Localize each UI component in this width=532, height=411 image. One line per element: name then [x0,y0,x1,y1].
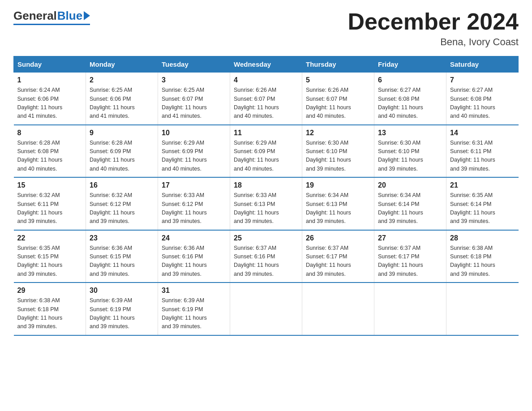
calendar-week-2: 8 Sunrise: 6:28 AMSunset: 6:08 PMDayligh… [14,125,519,178]
calendar-cell [374,283,446,335]
logo-general: General [13,9,57,23]
day-number: 13 [378,129,442,137]
calendar-cell: 24 Sunrise: 6:36 AMSunset: 6:16 PMDaylig… [158,230,230,283]
weekday-header-tuesday: Tuesday [158,56,230,73]
calendar-cell: 1 Sunrise: 6:24 AMSunset: 6:06 PMDayligh… [14,73,86,125]
day-info: Sunrise: 6:31 AMSunset: 6:11 PMDaylight:… [450,139,515,174]
calendar-cell: 21 Sunrise: 6:35 AMSunset: 6:14 PMDaylig… [446,177,519,230]
weekday-header-row: SundayMondayTuesdayWednesdayThursdayFrid… [14,56,519,73]
day-number: 16 [90,181,154,189]
calendar-cell: 10 Sunrise: 6:29 AMSunset: 6:09 PMDaylig… [158,125,230,178]
calendar-cell [446,283,519,335]
calendar-cell: 23 Sunrise: 6:36 AMSunset: 6:15 PMDaylig… [86,230,158,283]
calendar-cell [302,283,374,335]
calendar-cell: 19 Sunrise: 6:34 AMSunset: 6:13 PMDaylig… [302,177,374,230]
day-info: Sunrise: 6:34 AMSunset: 6:14 PMDaylight:… [378,191,442,226]
calendar-cell: 22 Sunrise: 6:35 AMSunset: 6:15 PMDaylig… [14,230,86,283]
page-header: General Blue December 2024 Bena, Ivory C… [13,9,519,48]
day-info: Sunrise: 6:39 AMSunset: 6:19 PMDaylight:… [162,296,226,331]
day-info: Sunrise: 6:34 AMSunset: 6:13 PMDaylight:… [306,191,370,226]
day-info: Sunrise: 6:37 AMSunset: 6:17 PMDaylight:… [306,244,370,279]
day-number: 24 [162,234,226,242]
day-number: 4 [234,76,298,84]
calendar-week-1: 1 Sunrise: 6:24 AMSunset: 6:06 PMDayligh… [14,73,519,125]
day-info: Sunrise: 6:37 AMSunset: 6:16 PMDaylight:… [234,244,298,279]
day-info: Sunrise: 6:29 AMSunset: 6:09 PMDaylight:… [234,139,298,174]
day-info: Sunrise: 6:36 AMSunset: 6:16 PMDaylight:… [162,244,226,279]
calendar-table: SundayMondayTuesdayWednesdayThursdayFrid… [13,56,519,336]
calendar-cell: 14 Sunrise: 6:31 AMSunset: 6:11 PMDaylig… [446,125,519,178]
day-number: 11 [234,129,298,137]
day-info: Sunrise: 6:37 AMSunset: 6:17 PMDaylight:… [378,244,442,279]
page-subtitle: Bena, Ivory Coast [348,36,519,48]
calendar-cell: 20 Sunrise: 6:34 AMSunset: 6:14 PMDaylig… [374,177,446,230]
calendar-cell: 8 Sunrise: 6:28 AMSunset: 6:08 PMDayligh… [14,125,86,178]
day-info: Sunrise: 6:26 AMSunset: 6:07 PMDaylight:… [306,86,370,121]
weekday-header-thursday: Thursday [302,56,374,73]
page-title: December 2024 [348,9,519,34]
day-number: 31 [162,287,226,295]
day-info: Sunrise: 6:29 AMSunset: 6:09 PMDaylight:… [162,139,226,174]
calendar-cell: 26 Sunrise: 6:37 AMSunset: 6:17 PMDaylig… [302,230,374,283]
day-number: 5 [306,76,370,84]
logo: General Blue [13,9,90,25]
day-info: Sunrise: 6:32 AMSunset: 6:12 PMDaylight:… [90,191,154,226]
calendar-cell: 12 Sunrise: 6:30 AMSunset: 6:10 PMDaylig… [302,125,374,178]
day-info: Sunrise: 6:26 AMSunset: 6:07 PMDaylight:… [234,86,298,121]
day-info: Sunrise: 6:39 AMSunset: 6:19 PMDaylight:… [90,296,154,331]
day-number: 17 [162,181,226,189]
title-area: December 2024 Bena, Ivory Coast [348,9,519,48]
day-number: 9 [90,129,154,137]
day-number: 15 [17,181,82,189]
day-number: 25 [234,234,298,242]
day-info: Sunrise: 6:35 AMSunset: 6:15 PMDaylight:… [17,244,82,279]
calendar-cell: 13 Sunrise: 6:30 AMSunset: 6:10 PMDaylig… [374,125,446,178]
day-info: Sunrise: 6:32 AMSunset: 6:11 PMDaylight:… [17,191,82,226]
day-info: Sunrise: 6:30 AMSunset: 6:10 PMDaylight:… [306,139,370,174]
day-number: 3 [162,76,226,84]
day-info: Sunrise: 6:28 AMSunset: 6:08 PMDaylight:… [17,139,82,174]
calendar-cell: 28 Sunrise: 6:38 AMSunset: 6:18 PMDaylig… [446,230,519,283]
day-number: 19 [306,181,370,189]
day-info: Sunrise: 6:33 AMSunset: 6:13 PMDaylight:… [234,191,298,226]
day-info: Sunrise: 6:33 AMSunset: 6:12 PMDaylight:… [162,191,226,226]
calendar-body: 1 Sunrise: 6:24 AMSunset: 6:06 PMDayligh… [14,73,519,335]
calendar-header: SundayMondayTuesdayWednesdayThursdayFrid… [14,56,519,73]
day-number: 27 [378,234,442,242]
calendar-cell: 31 Sunrise: 6:39 AMSunset: 6:19 PMDaylig… [158,283,230,335]
weekday-header-wednesday: Wednesday [230,56,302,73]
day-info: Sunrise: 6:30 AMSunset: 6:10 PMDaylight:… [378,139,442,174]
calendar-cell: 18 Sunrise: 6:33 AMSunset: 6:13 PMDaylig… [230,177,302,230]
day-number: 29 [17,287,82,295]
weekday-header-saturday: Saturday [446,56,519,73]
day-number: 14 [450,129,515,137]
calendar-cell: 9 Sunrise: 6:28 AMSunset: 6:09 PMDayligh… [86,125,158,178]
weekday-header-monday: Monday [86,56,158,73]
day-number: 28 [450,234,515,242]
weekday-header-friday: Friday [374,56,446,73]
day-number: 20 [378,181,442,189]
day-number: 10 [162,129,226,137]
calendar-cell: 16 Sunrise: 6:32 AMSunset: 6:12 PMDaylig… [86,177,158,230]
day-number: 21 [450,181,515,189]
calendar-cell: 30 Sunrise: 6:39 AMSunset: 6:19 PMDaylig… [86,283,158,335]
day-info: Sunrise: 6:25 AMSunset: 6:07 PMDaylight:… [162,86,226,121]
day-number: 12 [306,129,370,137]
day-number: 8 [17,129,82,137]
calendar-cell: 3 Sunrise: 6:25 AMSunset: 6:07 PMDayligh… [158,73,230,125]
calendar-cell: 11 Sunrise: 6:29 AMSunset: 6:09 PMDaylig… [230,125,302,178]
calendar-week-4: 22 Sunrise: 6:35 AMSunset: 6:15 PMDaylig… [14,230,519,283]
calendar-week-3: 15 Sunrise: 6:32 AMSunset: 6:11 PMDaylig… [14,177,519,230]
logo-blue-text: Blue [57,9,82,23]
day-info: Sunrise: 6:38 AMSunset: 6:18 PMDaylight:… [17,296,82,331]
calendar-cell: 6 Sunrise: 6:27 AMSunset: 6:08 PMDayligh… [374,73,446,125]
calendar-cell: 2 Sunrise: 6:25 AMSunset: 6:06 PMDayligh… [86,73,158,125]
day-number: 26 [306,234,370,242]
day-info: Sunrise: 6:27 AMSunset: 6:08 PMDaylight:… [378,86,442,121]
day-info: Sunrise: 6:35 AMSunset: 6:14 PMDaylight:… [450,191,515,226]
calendar-cell: 29 Sunrise: 6:38 AMSunset: 6:18 PMDaylig… [14,283,86,335]
day-info: Sunrise: 6:36 AMSunset: 6:15 PMDaylight:… [90,244,154,279]
day-number: 1 [17,76,82,84]
logo-arrow-icon [84,11,90,20]
calendar-week-5: 29 Sunrise: 6:38 AMSunset: 6:18 PMDaylig… [14,283,519,335]
